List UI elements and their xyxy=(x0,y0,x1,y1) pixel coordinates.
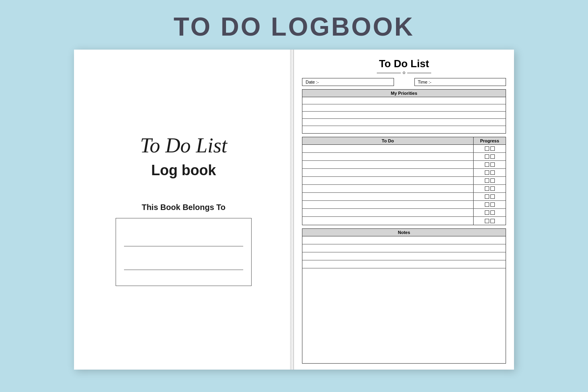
todo-task-cell[interactable] xyxy=(302,177,474,184)
my-priorities-header: My Priorities xyxy=(302,90,506,97)
page-title: To Do List xyxy=(302,58,506,70)
left-page: To Do List Log book This Book Belongs To xyxy=(74,50,294,370)
main-title: TO DO LOGBOOK xyxy=(174,12,414,42)
todo-row[interactable] xyxy=(302,177,506,185)
time-field[interactable]: Time :- xyxy=(414,78,506,86)
todo-row[interactable] xyxy=(302,217,506,225)
belongs-to-box xyxy=(116,218,252,286)
notes-row[interactable] xyxy=(302,268,506,276)
title-underline xyxy=(302,72,506,74)
checkbox-2[interactable] xyxy=(490,154,495,159)
progress-cell xyxy=(474,169,506,176)
notes-row[interactable] xyxy=(302,252,506,260)
priority-row[interactable] xyxy=(302,126,506,133)
checkbox-1[interactable] xyxy=(485,194,489,199)
todo-row[interactable] xyxy=(302,169,506,177)
checkbox-2[interactable] xyxy=(490,210,495,215)
checkbox-2[interactable] xyxy=(490,219,495,223)
todo-row[interactable] xyxy=(302,193,506,201)
belongs-line-1 xyxy=(124,246,243,246)
my-priorities-section: My Priorities xyxy=(302,89,506,134)
priority-row[interactable] xyxy=(302,119,506,126)
checkbox-2[interactable] xyxy=(490,162,495,167)
notes-row[interactable] xyxy=(302,244,506,252)
todo-task-cell[interactable] xyxy=(302,145,474,152)
progress-cell xyxy=(474,185,506,192)
progress-cell xyxy=(474,145,506,152)
notes-section: Notes xyxy=(302,228,506,364)
priority-row[interactable] xyxy=(302,97,506,104)
todo-task-cell[interactable] xyxy=(302,161,474,168)
todo-task-cell[interactable] xyxy=(302,193,474,200)
progress-cell xyxy=(474,201,506,208)
todo-row[interactable] xyxy=(302,145,506,153)
todo-header-row: To Do Progress xyxy=(302,137,506,145)
todo-header: To Do xyxy=(302,137,474,144)
priority-row[interactable] xyxy=(302,112,506,119)
progress-cell xyxy=(474,217,506,225)
todo-task-cell[interactable] xyxy=(302,185,474,192)
checkbox-2[interactable] xyxy=(490,194,495,199)
todo-row[interactable] xyxy=(302,185,506,193)
checkbox-1[interactable] xyxy=(485,170,489,175)
book-container: To Do List Log book This Book Belongs To… xyxy=(74,50,514,370)
notes-header: Notes xyxy=(302,229,506,236)
checkbox-1[interactable] xyxy=(485,154,489,159)
progress-header: Progress xyxy=(474,137,506,144)
todo-task-cell[interactable] xyxy=(302,217,474,225)
todo-task-cell[interactable] xyxy=(302,169,474,176)
cursive-title: To Do List xyxy=(140,133,227,158)
belongs-to-label: This Book Belongs To xyxy=(142,203,226,212)
progress-cell xyxy=(474,177,506,184)
notes-row[interactable] xyxy=(302,260,506,268)
checkbox-1[interactable] xyxy=(485,162,489,167)
progress-cell xyxy=(474,153,506,160)
todo-task-cell[interactable] xyxy=(302,201,474,208)
notes-row[interactable] xyxy=(302,236,506,244)
progress-cell xyxy=(474,209,506,216)
date-field[interactable]: Date :- xyxy=(302,78,394,86)
checkbox-1[interactable] xyxy=(485,202,489,207)
right-page: To Do List Date :- Time :- My Priorities… xyxy=(294,50,514,370)
checkbox-1[interactable] xyxy=(485,146,489,151)
todo-section: To Do Progress xyxy=(302,137,506,225)
todo-row[interactable] xyxy=(302,201,506,209)
progress-cell xyxy=(474,161,506,168)
checkbox-2[interactable] xyxy=(490,146,495,151)
todo-task-cell[interactable] xyxy=(302,153,474,160)
title-underline-dot xyxy=(403,72,405,74)
todo-row[interactable] xyxy=(302,209,506,217)
checkbox-1[interactable] xyxy=(485,210,489,215)
datetime-row: Date :- Time :- xyxy=(302,78,506,86)
todo-row[interactable] xyxy=(302,153,506,161)
checkbox-2[interactable] xyxy=(490,186,495,191)
checkbox-2[interactable] xyxy=(490,178,495,183)
checkbox-1[interactable] xyxy=(485,186,489,191)
belongs-line-2 xyxy=(124,270,243,270)
todo-task-cell[interactable] xyxy=(302,209,474,216)
checkbox-2[interactable] xyxy=(490,202,495,207)
checkbox-2[interactable] xyxy=(490,170,495,175)
progress-cell xyxy=(474,193,506,200)
logbook-subtitle: Log book xyxy=(151,162,216,179)
todo-row[interactable] xyxy=(302,161,506,169)
checkbox-1[interactable] xyxy=(485,178,489,183)
checkbox-1[interactable] xyxy=(485,219,489,223)
priority-row[interactable] xyxy=(302,104,506,112)
